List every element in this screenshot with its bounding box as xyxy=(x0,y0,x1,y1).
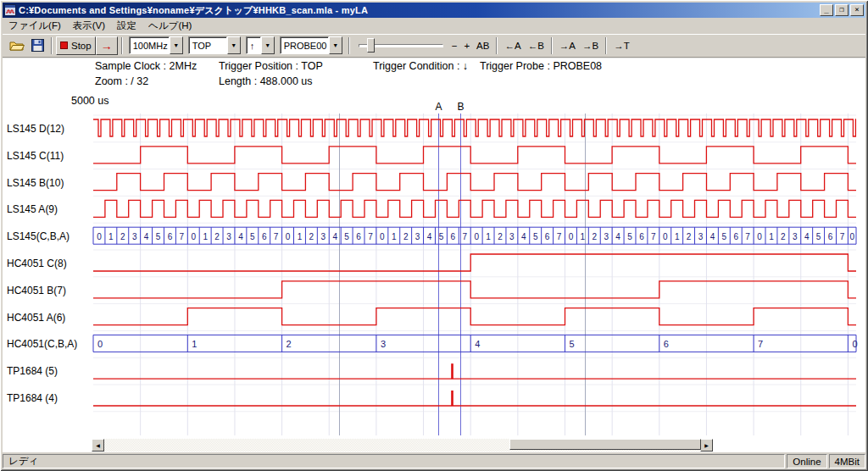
floppy-disk-icon xyxy=(31,39,44,52)
app-icon xyxy=(4,4,16,16)
sample-clock-value: 100MHz xyxy=(129,36,170,54)
zoom-out-button[interactable]: − xyxy=(448,36,461,55)
scrollbar-thumb[interactable] xyxy=(509,439,701,450)
trigger-edge-select[interactable]: ↑ ▼ xyxy=(246,36,275,54)
statusbar: レディ Online 4MBit xyxy=(3,452,865,468)
channel-label[interactable]: HC4051 A(6) xyxy=(7,311,65,324)
toolbar-separator xyxy=(348,37,350,54)
stop-label: Stop xyxy=(71,41,92,51)
trigger-edge-value: ↑ xyxy=(246,36,261,54)
channel-label[interactable]: LS145 B(10) xyxy=(7,176,64,190)
save-button[interactable] xyxy=(28,36,47,55)
channel-label[interactable]: LS145 C(11) xyxy=(7,149,64,163)
ab-span-button[interactable]: AB xyxy=(473,36,492,55)
channel-label[interactable]: HC4051 C(8) xyxy=(7,257,67,270)
menu-help[interactable]: ヘルプ(H) xyxy=(142,18,198,34)
channel-label[interactable]: TP1684 (5) xyxy=(7,364,58,378)
channel-label[interactable]: HC4051 B(7) xyxy=(7,284,66,297)
run-arrow-icon: → xyxy=(101,40,113,52)
toolbar-separator xyxy=(496,37,498,54)
goto-marker-b-button[interactable]: ←B xyxy=(525,36,548,55)
scroll-right-button[interactable]: ▶ xyxy=(700,439,713,452)
window-title: C:¥Documents and Settings¥noname¥デスクトップ¥… xyxy=(19,4,818,17)
titlebar: C:¥Documents and Settings¥noname¥デスクトップ¥… xyxy=(3,3,865,18)
status-message: レディ xyxy=(3,454,785,468)
minimize-button[interactable]: _ xyxy=(820,4,833,16)
channel-label[interactable]: TP1684 (4) xyxy=(7,391,58,405)
toolbar-separator xyxy=(605,37,607,54)
open-folder-icon xyxy=(9,39,25,52)
maximize-button[interactable]: ❐ xyxy=(835,4,849,16)
chevron-down-icon[interactable]: ▼ xyxy=(170,36,183,54)
goto-marker-a-button[interactable]: ←A xyxy=(501,36,524,55)
move-marker-b-button[interactable]: →B xyxy=(579,36,602,55)
menu-view[interactable]: 表示(V) xyxy=(67,18,111,34)
horizontal-scrollbar[interactable]: ◀ ▶ xyxy=(92,439,713,452)
close-button[interactable]: × xyxy=(850,4,864,16)
channel-label[interactable]: LS145(C,B,A) xyxy=(7,230,70,243)
menu-file[interactable]: ファイル(F) xyxy=(3,18,67,34)
trigger-probe-value: PROBE00 xyxy=(280,36,329,54)
status-online-badge: Online xyxy=(787,454,826,468)
zoom-in-button[interactable]: + xyxy=(460,36,473,55)
app-window: C:¥Documents and Settings¥noname¥デスクトップ¥… xyxy=(0,0,868,471)
channel-label[interactable]: HC4051(C,B,A) xyxy=(7,337,77,351)
scroll-left-button[interactable]: ◀ xyxy=(92,439,104,452)
goto-trigger-button[interactable]: →T xyxy=(610,36,633,55)
zoom-slider-thumb[interactable] xyxy=(367,38,375,53)
menubar: ファイル(F) 表示(V) 設定 ヘルプ(H) xyxy=(3,18,865,34)
trigger-position-value: TOP xyxy=(188,36,227,54)
waveform-pane xyxy=(3,58,865,452)
channel-label[interactable]: LS145 D(12) xyxy=(7,122,64,136)
zoom-slider[interactable] xyxy=(357,36,445,55)
chevron-down-icon[interactable]: ▼ xyxy=(227,36,241,54)
toolbar-separator xyxy=(121,37,123,54)
toolbar-separator xyxy=(551,37,553,54)
stop-button[interactable]: Stop xyxy=(56,36,96,55)
status-memory-badge: 4MBit xyxy=(829,454,865,468)
trigger-position-select[interactable]: TOP ▼ xyxy=(188,36,241,54)
open-file-button[interactable] xyxy=(6,36,28,55)
move-marker-a-button[interactable]: →A xyxy=(556,36,579,55)
chevron-down-icon[interactable]: ▼ xyxy=(329,36,342,54)
stop-icon xyxy=(60,42,68,49)
channel-label[interactable]: LS145 A(9) xyxy=(7,202,58,216)
menu-settings[interactable]: 設定 xyxy=(111,18,142,34)
run-button[interactable]: → xyxy=(96,36,118,55)
toolbar: Stop → 100MHz ▼ TOP ▼ ↑ ▼ PROBE00 ▼ − + … xyxy=(3,34,865,58)
toolbar-separator xyxy=(51,37,53,54)
sample-clock-select[interactable]: 100MHz ▼ xyxy=(129,36,183,54)
chevron-down-icon[interactable]: ▼ xyxy=(261,36,275,54)
scrollbar-track[interactable] xyxy=(104,439,700,452)
trigger-probe-select[interactable]: PROBE00 ▼ xyxy=(280,36,342,54)
